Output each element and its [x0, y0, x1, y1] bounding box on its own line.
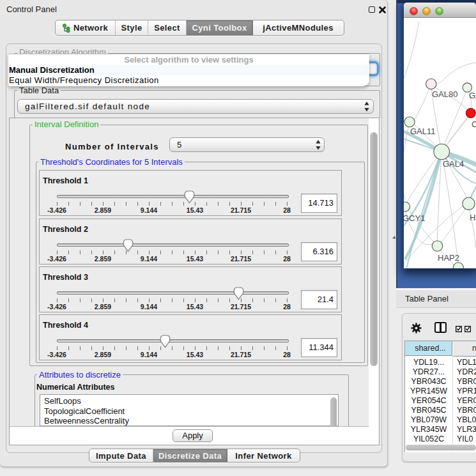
svg-text:GA: GA [469, 91, 476, 100]
svg-text:C: C [472, 119, 476, 129]
svg-text:HAP2: HAP2 [438, 253, 459, 263]
svg-text:GAL80: GAL80 [432, 89, 457, 99]
svg-text:GCY1: GCY1 [404, 213, 425, 223]
svg-text:H: H [470, 213, 475, 222]
svg-text:GAL4: GAL4 [443, 159, 464, 169]
svg-text:GAL11: GAL11 [410, 127, 436, 136]
